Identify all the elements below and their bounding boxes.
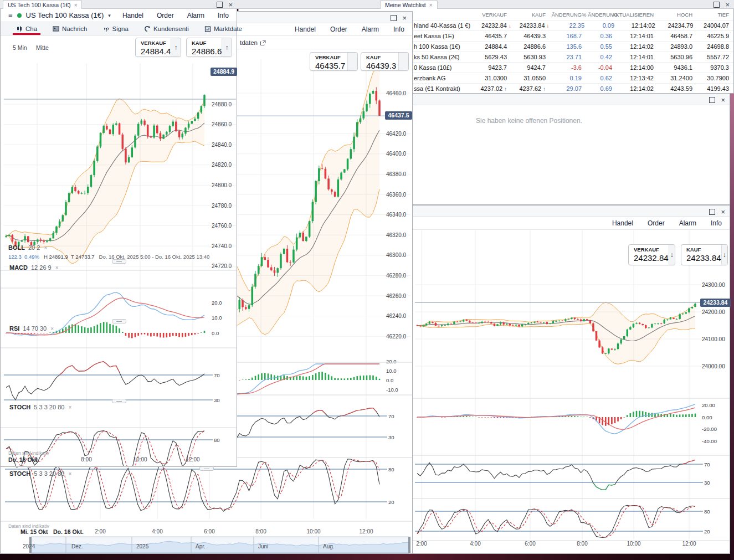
tab-kundensenti[interactable]: Kundensenti xyxy=(136,22,197,35)
navigator-label: 2024 xyxy=(23,543,35,549)
no-open-positions-text: Sie haben keine offenen Positionen. xyxy=(476,117,582,125)
menu-item-alarm[interactable]: Alarm xyxy=(187,12,204,19)
close-icon[interactable]: × xyxy=(721,97,725,102)
up-arrow-icon: ↑ xyxy=(222,38,232,56)
remove-indicator-icon[interactable]: × xyxy=(68,471,71,477)
instrument-title[interactable]: US Tech 100 Kassa (1€) xyxy=(26,11,104,19)
last-price-badge: 24884.9 xyxy=(211,68,237,76)
column-header[interactable]: ÄNDERUNG xyxy=(546,12,582,18)
news-icon xyxy=(53,25,59,32)
last-price-badge: 46437.5 xyxy=(385,111,412,120)
rsi-indicator-label: RSI14 70 30× xyxy=(9,325,54,332)
svg-text:80: 80 xyxy=(388,466,394,472)
maximize-icon[interactable] xyxy=(714,2,720,8)
line-mode-selector[interactable]: Mitte xyxy=(36,44,49,51)
maximize-icon[interactable] xyxy=(709,97,715,103)
svg-text:30: 30 xyxy=(388,434,394,440)
svg-text:24780.0: 24780.0 xyxy=(212,203,232,209)
chart-navigator[interactable]: 2024Dez.2025Apr.JuniAug. xyxy=(1,537,412,553)
data-disclaimer: Daten sind indikativ xyxy=(8,450,49,456)
last-price-badge: 24233.84 xyxy=(700,299,731,307)
svg-text:24800.0: 24800.0 xyxy=(212,182,232,188)
tab-nachrich[interactable]: Nachrich xyxy=(45,22,95,35)
menu-icon[interactable]: ≡ xyxy=(8,11,13,19)
column-header[interactable]: % ÄNDERUNG xyxy=(582,12,612,18)
svg-text:-40.00: -40.00 xyxy=(702,438,717,444)
menu-item-order[interactable]: Order xyxy=(157,12,174,19)
panel-resize-handle[interactable] xyxy=(112,319,126,323)
tab-close-icon[interactable]: × xyxy=(429,2,433,8)
menu-item-handel[interactable]: Handel xyxy=(122,12,143,19)
tab-meine-watchlist[interactable]: Meine Watchlist × xyxy=(380,0,438,9)
tab-signa[interactable]: Signa xyxy=(95,22,136,35)
close-icon[interactable]: × xyxy=(725,2,730,7)
up-arrow-icon: ↑ xyxy=(171,38,181,56)
panel-resize-handle[interactable] xyxy=(112,399,126,403)
maximize-icon[interactable] xyxy=(217,2,223,8)
column-header[interactable]: KAUF xyxy=(507,12,546,18)
buy-button[interactable]: KAUF 24886.6 ↑ xyxy=(186,38,232,57)
svg-text:24300.00: 24300.00 xyxy=(702,282,725,288)
down-arrow-icon: ↓ xyxy=(721,245,727,265)
svg-text:46320.0: 46320.0 xyxy=(386,232,407,238)
svg-text:24000.00: 24000.00 xyxy=(702,363,725,369)
menu-item-info[interactable]: Info xyxy=(218,12,229,19)
column-header[interactable]: HOCH xyxy=(654,12,692,18)
svg-text:24860.0: 24860.0 xyxy=(212,121,232,127)
panel-resize-handle[interactable] xyxy=(112,259,126,264)
svg-text:80: 80 xyxy=(214,437,220,443)
buy-button[interactable]: KAUF 46439.3 xyxy=(361,52,409,71)
tab-title: Meine Watchlist xyxy=(385,2,426,8)
buy-button[interactable]: KAUF 24233.84 ↓ xyxy=(681,244,728,265)
sell-button[interactable]: VERKAUF 46435.7 xyxy=(310,52,358,71)
ustech-menu: HandelOrderAlarmInfo xyxy=(122,12,229,19)
sell-button[interactable]: VERKAUF 24884.4 ↑ xyxy=(135,38,181,57)
tab-marktdate[interactable]: Marktdate xyxy=(197,22,250,35)
svg-text:46340.0: 46340.0 xyxy=(386,212,407,218)
close-icon[interactable]: × xyxy=(228,2,233,7)
svg-text:-10.0: -10.0 xyxy=(386,387,398,393)
navigator-label: 2025 xyxy=(136,543,148,549)
remove-indicator-icon[interactable]: × xyxy=(55,265,59,271)
panel-resize-handle[interactable] xyxy=(199,466,214,471)
svg-text:70: 70 xyxy=(214,372,220,378)
svg-text:46400.0: 46400.0 xyxy=(386,151,407,157)
column-header[interactable]: TIEF xyxy=(692,12,729,18)
boll-info-row: 122.3 0.49% H 24891.9 T 24733.7 Do. 16 O… xyxy=(8,254,209,260)
svg-text:46260.0: 46260.0 xyxy=(386,293,407,299)
svg-text:0.0: 0.0 xyxy=(212,330,219,336)
remove-indicator-icon[interactable]: × xyxy=(44,245,47,251)
chevron-down-icon[interactable]: ▾ xyxy=(108,13,111,18)
candlestick-chart-icon xyxy=(16,25,23,32)
tab-cha[interactable]: Cha xyxy=(8,22,45,35)
svg-text:46460.0: 46460.0 xyxy=(386,90,407,96)
column-header[interactable]: AKTUALISIEREN xyxy=(612,12,654,18)
sell-button[interactable]: VERKAUF 24232.84 ↓ xyxy=(628,244,675,265)
down-arrow-icon: ↓ xyxy=(669,245,675,265)
svg-text:70: 70 xyxy=(388,413,394,419)
svg-text:10.0: 10.0 xyxy=(386,368,397,374)
ustech-chart-window: ≡ US Tech 100 Kassa (1€) ▾ HandelOrderAl… xyxy=(0,9,237,467)
positions-window: × Sie haben keine offenen Positionen. xyxy=(411,93,730,205)
svg-text:20: 20 xyxy=(704,528,710,535)
watchlist-window-controls: × xyxy=(714,2,730,8)
remove-indicator-icon[interactable]: × xyxy=(50,326,54,332)
wallstreet-time-axis: Mi. 15 OktDo. 16 Okt.2:004:006:008:0010:… xyxy=(1,528,412,537)
svg-text:46240.0: 46240.0 xyxy=(386,313,407,319)
watchlist-tabstrip: Meine Watchlist × × xyxy=(237,0,734,9)
left-window-tabstrip: US Tech 100 Kassa (1€) × × xyxy=(0,0,237,9)
spinner-strip xyxy=(398,53,408,70)
svg-text:80: 80 xyxy=(704,508,710,515)
column-header[interactable]: VERKAUF xyxy=(465,12,507,18)
svg-text:0.0: 0.0 xyxy=(386,377,393,383)
ustech-header: ≡ US Tech 100 Kassa (1€) ▾ HandelOrderAl… xyxy=(1,9,237,22)
svg-text:20.0: 20.0 xyxy=(212,300,222,306)
timeframe-selector[interactable]: 5 Min xyxy=(13,44,27,51)
remove-indicator-icon[interactable]: × xyxy=(68,404,71,410)
svg-text:20.00: 20.00 xyxy=(702,402,715,408)
svg-text:24740.0: 24740.0 xyxy=(212,243,232,249)
tab-close-icon[interactable]: × xyxy=(74,2,78,8)
tab-us-tech-100[interactable]: US Tech 100 Kassa (1€) × xyxy=(3,0,82,9)
navigator-label: Apr. xyxy=(196,543,206,549)
svg-text:24760.0: 24760.0 xyxy=(212,223,232,229)
